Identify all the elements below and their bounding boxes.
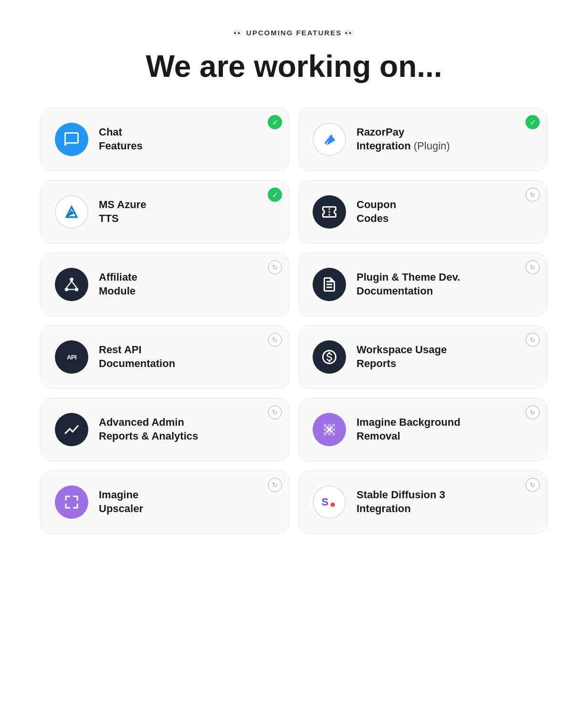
- svg-line-9: [72, 281, 77, 288]
- svg-line-8: [67, 281, 72, 288]
- section-label: 👀 UPCOMING FEATURES 👀: [233, 29, 355, 37]
- section-label-text: 👀 UPCOMING FEATURES 👀: [233, 29, 355, 37]
- card-affiliate-module: ↻AffiliateModule: [41, 253, 289, 316]
- label-affiliate-module: AffiliateModule: [99, 271, 137, 298]
- icon-affiliate-module: [55, 268, 88, 301]
- svg-point-12: [331, 503, 335, 507]
- card-ms-azure-tts: ✓MS AzureTTS: [41, 180, 289, 243]
- card-chat-features: ✓ChatFeatures: [41, 108, 289, 171]
- status-badge-imagine-background-removal: ↻: [525, 405, 540, 420]
- card-razorpay-integration: ✓RazorPayIntegration (Plugin): [299, 108, 547, 171]
- label-coupon-codes: CouponCodes: [357, 198, 396, 225]
- card-imagine-background-removal: ↻Imagine BackgroundRemoval: [299, 398, 547, 461]
- svg-text:S: S: [322, 496, 328, 508]
- icon-stable-diffusion-3: S: [313, 485, 346, 519]
- icon-coupon-codes: [313, 195, 346, 229]
- label-imagine-background-removal: Imagine BackgroundRemoval: [357, 416, 461, 443]
- status-badge-plugin-theme-docs: ↻: [525, 260, 540, 274]
- card-coupon-codes: ↻CouponCodes: [299, 180, 547, 243]
- label-plugin-theme-docs: Plugin & Theme Dev.Documentation: [357, 271, 460, 298]
- label-stable-diffusion-3: Stable Diffusion 3Integration: [357, 488, 445, 515]
- label-ms-azure-tts: MS AzureTTS: [99, 198, 146, 225]
- label-rest-api-docs: Rest APIDocumentation: [99, 343, 175, 370]
- label-imagine-upscaler: ImagineUpscaler: [99, 488, 143, 515]
- card-workspace-usage-reports: ↻Workspace UsageReports: [299, 326, 547, 388]
- icon-rest-api-docs: API: [55, 340, 88, 374]
- card-plugin-theme-docs: ↻Plugin & Theme Dev.Documentation: [299, 253, 547, 316]
- features-grid: ✓ChatFeatures✓RazorPayIntegration (Plugi…: [41, 108, 547, 534]
- icon-advanced-admin-reports: [55, 413, 88, 446]
- status-badge-imagine-upscaler: ↻: [268, 478, 282, 492]
- icon-workspace-usage-reports: [313, 340, 346, 374]
- main-title: We are working on...: [146, 49, 442, 84]
- status-badge-rest-api-docs: ↻: [268, 333, 282, 347]
- icon-imagine-upscaler: [55, 485, 88, 519]
- icon-ms-azure-tts: [55, 195, 88, 229]
- icon-plugin-theme-docs: [313, 268, 346, 301]
- icon-imagine-background-removal: [313, 413, 346, 446]
- card-advanced-admin-reports: ↻Advanced AdminReports & Analytics: [41, 398, 289, 461]
- card-stable-diffusion-3: ↻SStable Diffusion 3Integration: [299, 471, 547, 534]
- status-badge-razorpay-integration: ✓: [525, 115, 540, 129]
- card-imagine-upscaler: ↻ImagineUpscaler: [41, 471, 289, 534]
- status-badge-affiliate-module: ↻: [268, 260, 282, 274]
- status-badge-chat-features: ✓: [268, 115, 282, 129]
- status-badge-ms-azure-tts: ✓: [268, 188, 282, 202]
- icon-chat-features: [55, 123, 88, 156]
- status-badge-advanced-admin-reports: ↻: [268, 405, 282, 420]
- label-advanced-admin-reports: Advanced AdminReports & Analytics: [99, 416, 198, 443]
- status-badge-stable-diffusion-3: ↻: [525, 478, 540, 492]
- icon-razorpay-integration: [313, 123, 346, 156]
- svg-point-7: [75, 288, 79, 292]
- label-chat-features: ChatFeatures: [99, 126, 143, 153]
- card-rest-api-docs: ↻APIRest APIDocumentation: [41, 326, 289, 388]
- label-razorpay-integration: RazorPayIntegration (Plugin): [357, 126, 450, 153]
- label-workspace-usage-reports: Workspace UsageReports: [357, 343, 447, 370]
- svg-point-5: [70, 278, 74, 282]
- svg-point-6: [65, 288, 69, 292]
- status-badge-coupon-codes: ↻: [525, 188, 540, 202]
- status-badge-workspace-usage-reports: ↻: [525, 333, 540, 347]
